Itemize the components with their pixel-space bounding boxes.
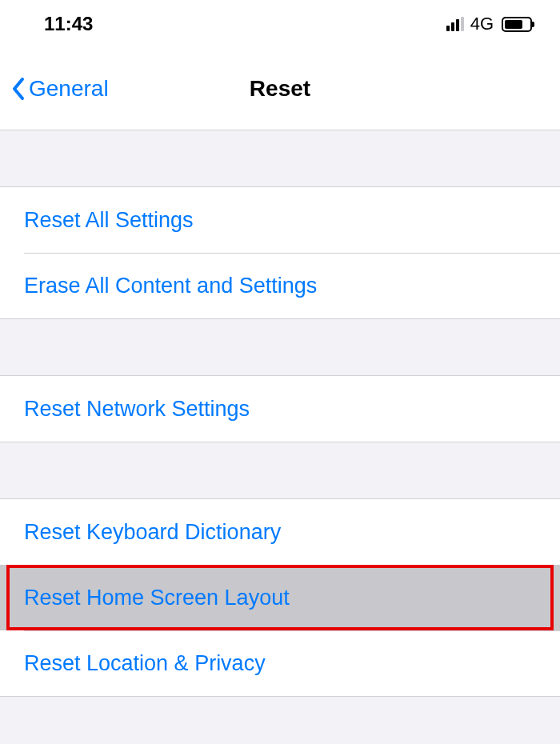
list-item-label: Reset Keyboard Dictionary — [24, 520, 281, 545]
list-group-2: Reset Network Settings — [0, 375, 560, 442]
reset-network-settings[interactable]: Reset Network Settings — [0, 376, 560, 442]
content: Reset All Settings Erase All Content and… — [0, 130, 560, 697]
page-title: Reset — [250, 76, 310, 102]
erase-all-content-and-settings[interactable]: Erase All Content and Settings — [0, 253, 560, 318]
status-time: 11:43 — [44, 13, 93, 35]
reset-keyboard-dictionary[interactable]: Reset Keyboard Dictionary — [0, 499, 560, 565]
reset-all-settings[interactable]: Reset All Settings — [0, 187, 560, 253]
list-group-1: Reset All Settings Erase All Content and… — [0, 186, 560, 319]
reset-location-privacy[interactable]: Reset Location & Privacy — [0, 630, 560, 696]
list-item-label: Reset Home Screen Layout — [24, 586, 290, 610]
list-item-label: Reset Network Settings — [24, 397, 250, 422]
reset-home-screen-layout[interactable]: Reset Home Screen Layout — [0, 565, 560, 630]
list-group-3: Reset Keyboard Dictionary Reset Home Scr… — [0, 498, 560, 697]
battery-icon — [502, 17, 532, 32]
status-right: 4G — [446, 14, 532, 34]
list-item-label: Erase All Content and Settings — [24, 274, 317, 298]
network-type: 4G — [470, 14, 494, 34]
back-button[interactable]: General — [0, 76, 109, 102]
status-bar: 11:43 4G — [0, 0, 560, 48]
nav-bar: General Reset — [0, 48, 560, 130]
list-item-label: Reset Location & Privacy — [24, 651, 266, 676]
back-label: General — [29, 76, 109, 102]
list-item-label: Reset All Settings — [24, 208, 194, 233]
chevron-left-icon — [11, 77, 26, 101]
cellular-signal-icon — [446, 17, 464, 31]
